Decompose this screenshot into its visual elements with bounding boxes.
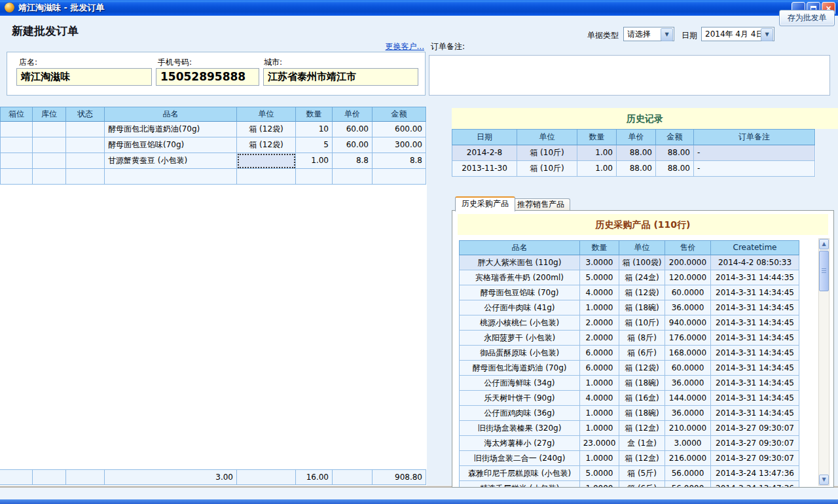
column-header: 单位: [619, 240, 665, 255]
cell-sale-price: 36.0000: [665, 406, 711, 421]
scroll-down-icon[interactable]: ▼: [819, 475, 829, 485]
cell-product-name[interactable]: [105, 169, 237, 185]
cell-createtime: 2014-3-31 14:34:45: [711, 361, 799, 376]
cell-quantity[interactable]: 10: [296, 122, 333, 137]
cell-stock-position[interactable]: [33, 137, 66, 153]
product-row[interactable]: 永阳菠萝干 (小包装) 2.0000 箱 (8斤) 176.0000 2014-…: [459, 331, 800, 346]
cell-unit: 箱 (6斤): [619, 346, 665, 361]
product-row[interactable]: 酵母面包北海道奶油 (70g) 6.0000 箱 (12袋) 60.0000 2…: [459, 361, 800, 376]
cell-unit-price[interactable]: [333, 169, 373, 185]
cell-unit-price[interactable]: 60.00: [333, 137, 373, 153]
cell-stock-position[interactable]: [33, 122, 66, 137]
cell-quantity[interactable]: 1.00: [296, 153, 333, 169]
product-row[interactable]: 桃源小核桃仁 (小包装) 2.0000 箱 (10斤) 940.0000 201…: [459, 315, 800, 331]
cell-unit[interactable]: 箱 (12袋): [237, 137, 296, 153]
column-header: 数量: [577, 129, 617, 145]
cell-status[interactable]: [66, 153, 105, 169]
date-value: 2014年 4月 4日: [705, 27, 763, 41]
cell-box-position[interactable]: [0, 153, 33, 169]
product-row[interactable]: 宾格瑞香蕉牛奶 (200ml) 5.0000 箱 (24盒) 120.0000 …: [459, 270, 800, 285]
cell-unit: 箱 (10斤): [517, 161, 577, 177]
cell-unit[interactable]: [237, 153, 296, 169]
app-window: 靖江淘滋味 - 批发订单 × 新建批发订单 单据类型 请选择 ▼ 日期 2014…: [0, 0, 838, 504]
cell-product-name: 公仔面海鲜味 (34g): [459, 376, 580, 391]
tab-history-products[interactable]: 历史采购产品: [455, 196, 515, 211]
product-row[interactable]: 精选千层糕米 (小包装) 1.0000 箱 (6斤) 56.0000 2014-…: [459, 481, 800, 488]
order-notes-label: 订单备注:: [431, 41, 465, 52]
cell-stock-position[interactable]: [33, 153, 66, 169]
shop-name-input[interactable]: 靖江淘滋味: [16, 68, 152, 86]
cell-quantity[interactable]: 5: [296, 137, 333, 153]
product-row[interactable]: 酵母面包豆馅味 (70g) 4.0000 箱 (12袋) 60.0000 201…: [459, 285, 800, 300]
product-row[interactable]: 海太烤薯棒小 (27g) 23.0000 盒 (1盒) 3.0000 2014-…: [459, 436, 800, 451]
cell-unit: 箱 (18碗): [619, 376, 665, 391]
cell-quantity: 1.00: [577, 145, 617, 161]
scrollbar-thumb[interactable]: [819, 251, 829, 291]
cell-sale-price: 60.0000: [665, 361, 711, 376]
cell-product-name: 旧街场盒装二合一 (240g): [459, 451, 580, 466]
history-table-body: 2014-2-8 箱 (10斤) 1.00 88.00 88.00 - 2013…: [452, 145, 816, 177]
cell-quantity[interactable]: [296, 169, 333, 185]
cell-box-position[interactable]: [0, 137, 33, 153]
products-scrollbar[interactable]: ▲ ▼: [818, 238, 829, 486]
cell-createtime: 2014-3-31 14:34:45: [711, 315, 799, 331]
history-row[interactable]: 2013-11-30 箱 (10斤) 1.00 88.00 88.00 -: [452, 161, 816, 177]
cell-status[interactable]: [66, 122, 105, 137]
cell-product-name: 酵母面包北海道奶油 (70g): [459, 361, 580, 376]
product-row[interactable]: 御品蛋酥原味 (小包装) 6.0000 箱 (6斤) 168.0000 2014…: [459, 346, 800, 361]
cell-unit-price[interactable]: 60.00: [333, 122, 373, 137]
cell-amount[interactable]: 300.00: [373, 137, 426, 153]
cell-stock-position[interactable]: [33, 169, 66, 185]
cell-unit-price[interactable]: 8.8: [333, 153, 373, 169]
chevron-down-icon[interactable]: ▼: [761, 28, 773, 41]
cell-amount[interactable]: 8.8: [373, 153, 426, 169]
city-input[interactable]: 江苏省泰州市靖江市: [263, 68, 418, 86]
history-row[interactable]: 2014-2-8 箱 (10斤) 1.00 88.00 88.00 -: [452, 145, 816, 161]
chevron-down-icon[interactable]: ▼: [661, 28, 673, 41]
order-notes-textarea[interactable]: [429, 55, 830, 96]
phone-input[interactable]: 15052895888: [156, 68, 259, 86]
products-panel: 历史采购产品 (110行) 品名 数量 单位 售价 Createtime 胖大人…: [452, 210, 834, 488]
product-row[interactable]: 乐天树叶饼干 (90g) 4.0000 箱 (16盒) 144.0000 201…: [459, 391, 800, 406]
product-row[interactable]: 胖大人紫米面包 (110g) 3.0000 箱 (100袋) 200.0000 …: [459, 255, 800, 270]
cell-product-name: 精选千层糕米 (小包装): [459, 481, 580, 488]
cell-status[interactable]: [66, 137, 105, 153]
product-row[interactable]: 公仔面鸡肉味 (36g) 1.0000 箱 (18碗) 36.0000 2014…: [459, 406, 800, 421]
footer-strip: [0, 488, 838, 499]
totals-quantity: 16.00: [296, 469, 333, 485]
history-table-header: 日期 单位 数量 单价 金额 订单备注: [452, 129, 816, 145]
cell-order-note: -: [694, 161, 815, 177]
product-row[interactable]: 公仔面海鲜味 (34g) 1.0000 箱 (18碗) 36.0000 2014…: [459, 376, 800, 391]
cell-product-name: 公仔面牛肉味 (41g): [459, 300, 580, 315]
save-wholesale-button[interactable]: 存为批发单: [779, 10, 835, 26]
cell-sale-price: 36.0000: [665, 376, 711, 391]
cell-unit[interactable]: [237, 169, 296, 185]
cell-box-position[interactable]: [0, 169, 33, 185]
cell-unit: 箱 (12盒): [619, 421, 665, 436]
product-row[interactable]: 旧街场盒装榛果 (320g) 1.0000 箱 (12盒) 210.0000 2…: [459, 421, 800, 436]
date-select[interactable]: 2014年 4月 4日 ▼: [701, 27, 774, 41]
tab-recommended-products[interactable]: 推荐销售产品: [511, 198, 570, 211]
cell-product-name[interactable]: 甘源蟹黄蚕豆 (小包装): [105, 153, 237, 169]
cell-quantity: 2.0000: [580, 331, 619, 346]
cell-status[interactable]: [66, 169, 105, 185]
product-row[interactable]: 森雅印尼千层糕原味 (小包装) 5.0000 箱 (5斤) 56.0000 20…: [459, 466, 800, 481]
cell-amount[interactable]: 600.00: [373, 122, 426, 137]
cell-unit[interactable]: 箱 (12袋): [237, 122, 296, 137]
cell-quantity: 1.0000: [580, 451, 619, 466]
cell-product-name: 酵母面包豆馅味 (70g): [459, 285, 580, 300]
scroll-up-icon[interactable]: ▲: [819, 239, 829, 249]
doc-type-select[interactable]: 请选择 ▼: [623, 27, 674, 41]
cell-product-name[interactable]: 酵母面包北海道奶油(70g): [105, 122, 237, 137]
product-row[interactable]: 公仔面牛肉味 (41g) 1.0000 箱 (18碗) 36.0000 2014…: [459, 300, 800, 315]
cell-amount[interactable]: [373, 169, 426, 185]
cell-product-name[interactable]: 酵母面包豆馅味(70g): [105, 137, 237, 153]
change-customer-link[interactable]: 更换客户...: [373, 41, 424, 52]
product-row[interactable]: 旧街场盒装二合一 (240g) 1.0000 箱 (12盒) 216.0000 …: [459, 451, 800, 466]
cell-box-position[interactable]: [0, 122, 33, 137]
cell-quantity: 3.0000: [580, 255, 619, 270]
cell-quantity: 1.0000: [580, 376, 619, 391]
products-title: 历史采购产品 (110行): [458, 214, 828, 235]
column-header: 金额: [656, 129, 694, 145]
cell-quantity: 6.0000: [580, 361, 619, 376]
